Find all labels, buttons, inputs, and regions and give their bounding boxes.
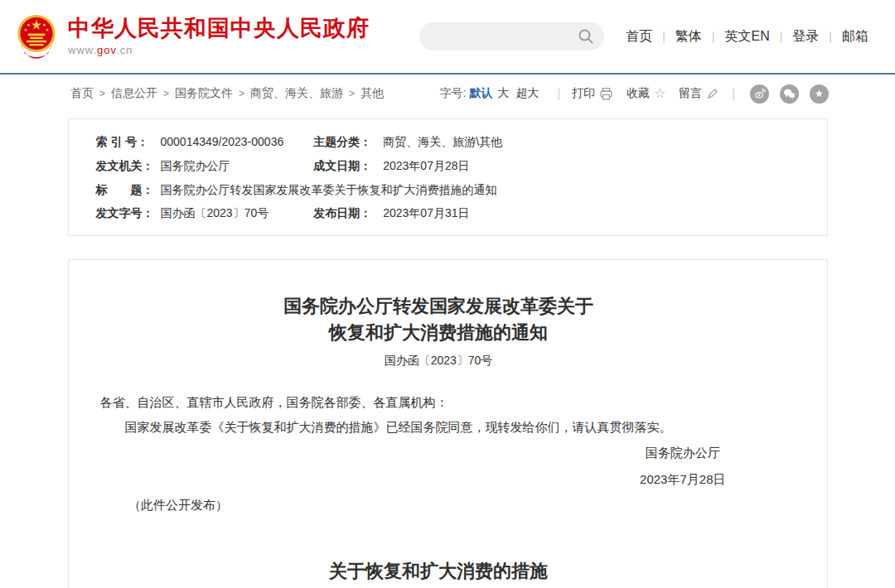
- breadcrumb-separator: >: [163, 88, 169, 99]
- font-size-xlarge[interactable]: 超大: [515, 86, 539, 101]
- share-icons: ★: [750, 84, 829, 104]
- meta-doc-no-label: 发文字号：: [96, 201, 149, 225]
- star-icon: ☆: [654, 87, 665, 100]
- body-paragraph: 国家发展改革委《关于恢复和扩大消费的措施》已经国务院同意，现转发给你们，请认真贯…: [100, 415, 777, 440]
- meta-written-date-label: 成文日期：: [295, 154, 371, 178]
- document-content-box: 国务院办公厅转发国家发展改革委关于 恢复和扩大消费措施的通知 国办函〔2023〕…: [68, 259, 828, 588]
- document-title-line1: 国务院办公厅转发国家发展改革委关于: [100, 293, 777, 320]
- page-toolbar: 字号: 默认 大 超大 | 打印 收藏 ☆ 留言 |: [439, 84, 829, 104]
- breadcrumb-separator: >: [349, 88, 355, 99]
- signer: 国务院办公厅: [640, 440, 725, 466]
- document-title-line2: 恢复和扩大消费措施的通知: [100, 320, 777, 346]
- favorite-button[interactable]: 收藏 ☆: [626, 86, 665, 101]
- printer-icon: [599, 87, 613, 101]
- breadcrumb-separator: >: [99, 88, 105, 99]
- qzone-icon[interactable]: ★: [810, 84, 829, 104]
- weibo-icon[interactable]: [750, 84, 769, 104]
- document-meta-box: 索 引 号： 000014349/2023-00036 主题分类： 商贸、海关、…: [68, 118, 828, 236]
- search-input[interactable]: [419, 22, 604, 51]
- toolbar-separator: |: [732, 87, 735, 100]
- nav-separator: |: [662, 30, 665, 43]
- meta-doc-no-value: 国办函〔2023〕70号: [161, 201, 284, 225]
- meta-publish-date-value: 2023年07月31日: [383, 201, 826, 225]
- breadcrumb-home[interactable]: 首页: [70, 86, 94, 101]
- meta-title-label: 标 题：: [96, 178, 149, 202]
- meta-publish-date-label: 发布日期：: [295, 201, 371, 225]
- sign-date: 2023年7月28日: [640, 466, 725, 493]
- meta-index-value: 000014349/2023-00036: [161, 130, 284, 154]
- meta-written-date-value: 2023年07月28日: [383, 154, 826, 178]
- nav-separator: |: [829, 30, 832, 43]
- breadcrumb-separator: >: [239, 88, 244, 99]
- pencil-icon: [706, 88, 718, 100]
- breadcrumb-state-council-docs[interactable]: 国务院文件: [175, 86, 233, 101]
- attachment-title: 关于恢复和扩大消费的措施: [100, 559, 777, 584]
- breadcrumb-toolbar-row: 首页 > 信息公开 > 国务院文件 > 商贸、海关、旅游 > 其他 字号: 默认…: [0, 75, 895, 113]
- comment-button[interactable]: 留言: [679, 86, 718, 101]
- print-button[interactable]: 打印: [572, 86, 613, 101]
- search-box: [419, 22, 604, 51]
- meta-index-label: 索 引 号：: [96, 130, 149, 154]
- nav-separator: |: [712, 30, 715, 43]
- site-header: 中华人民共和国中央人民政府 www.gov.cn 首页| 繁体| 英文EN| 登…: [0, 0, 895, 73]
- document-body: 各省、自治区、直辖市人民政府，国务院各部委、各直属机构： 国家发展改革委《关于恢…: [100, 390, 777, 518]
- meta-topic-label: 主题分类：: [295, 130, 371, 154]
- site-title: 中华人民共和国中央人民政府: [68, 17, 370, 41]
- wechat-icon[interactable]: [780, 84, 799, 104]
- search-icon[interactable]: [578, 28, 594, 45]
- breadcrumb-info-disclosure[interactable]: 信息公开: [111, 86, 157, 101]
- nav-login[interactable]: 登录: [792, 28, 819, 46]
- national-emblem-icon: [15, 13, 58, 60]
- breadcrumb-other[interactable]: 其他: [360, 86, 384, 101]
- nav-separator: |: [780, 30, 783, 43]
- meta-topic-value: 商贸、海关、旅游\其他: [383, 130, 826, 154]
- document-number: 国办函〔2023〕70号: [100, 354, 777, 369]
- breadcrumb-category[interactable]: 商贸、海关、旅游: [250, 86, 343, 101]
- meta-agency-label: 发文机关：: [96, 154, 149, 178]
- site-logo[interactable]: 中华人民共和国中央人民政府 www.gov.cn: [15, 13, 370, 60]
- breadcrumb: 首页 > 信息公开 > 国务院文件 > 商贸、海关、旅游 > 其他: [70, 86, 384, 101]
- meta-agency-value: 国务院办公厅: [161, 154, 284, 178]
- top-nav: 首页| 繁体| 英文EN| 登录| 邮箱: [626, 28, 868, 46]
- font-size-label: 字号:: [439, 86, 466, 101]
- site-url: www.gov.cn: [68, 44, 370, 56]
- nav-english[interactable]: 英文EN: [724, 28, 769, 46]
- salutation-line: 各省、自治区、直辖市人民政府，国务院各部委、各直属机构：: [100, 390, 777, 415]
- meta-table: 索 引 号： 000014349/2023-00036 主题分类： 商贸、海关、…: [96, 130, 827, 225]
- meta-title-value: 国务院办公厅转发国家发展改革委关于恢复和扩大消费措施的通知: [161, 178, 827, 202]
- font-size-default[interactable]: 默认: [469, 86, 492, 101]
- signature-block: 国务院办公厅 2023年7月28日: [100, 440, 777, 494]
- nav-traditional[interactable]: 繁体: [675, 28, 702, 46]
- document-title: 国务院办公厅转发国家发展改革委关于 恢复和扩大消费措施的通知: [100, 293, 777, 346]
- nav-mail[interactable]: 邮箱: [842, 28, 868, 46]
- public-release-note: （此件公开发布）: [100, 493, 777, 518]
- toolbar-separator: |: [557, 87, 560, 100]
- nav-home[interactable]: 首页: [626, 28, 652, 46]
- font-size-large[interactable]: 大: [497, 86, 509, 101]
